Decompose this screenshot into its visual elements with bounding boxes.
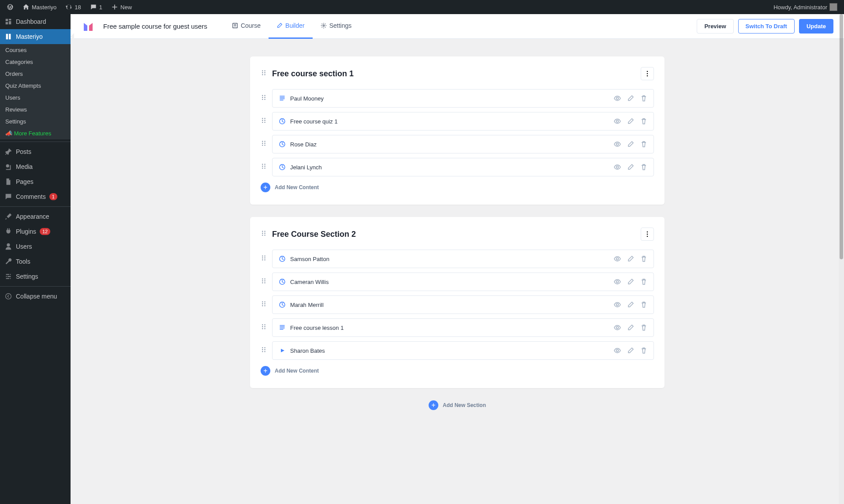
add-new-content-button[interactable]: + Add New Content <box>261 183 654 192</box>
content-item[interactable]: Free course quiz 1 <box>272 112 654 131</box>
sidebar-item-comments[interactable]: Comments 1 <box>0 189 71 204</box>
sidebar-item-plugins[interactable]: Plugins 12 <box>0 224 71 239</box>
delete-icon[interactable] <box>640 118 647 125</box>
sidebar-sub-users[interactable]: Users <box>0 92 71 104</box>
tab-settings[interactable]: Settings <box>313 14 360 39</box>
sidebar-label-posts: Posts <box>16 148 31 155</box>
drag-handle-icon[interactable] <box>261 347 267 355</box>
brush-icon <box>4 213 12 220</box>
scrollbar[interactable] <box>839 14 844 428</box>
sidebar-item-masteriyo[interactable]: Masteriyo <box>0 29 71 44</box>
view-icon[interactable] <box>614 164 621 171</box>
sidebar-item-tools[interactable]: Tools <box>0 254 71 269</box>
delete-icon[interactable] <box>640 255 647 262</box>
comments-link[interactable]: 1 <box>87 0 105 14</box>
content-item[interactable]: Rose Diaz <box>272 135 654 153</box>
edit-icon[interactable] <box>627 255 634 262</box>
view-icon[interactable] <box>614 255 621 262</box>
edit-icon[interactable] <box>627 164 634 171</box>
content-item[interactable]: Samson Patton <box>272 250 654 268</box>
add-new-section-button[interactable]: + Add New Section <box>250 400 665 410</box>
view-icon[interactable] <box>614 95 621 102</box>
view-icon[interactable] <box>614 347 621 354</box>
delete-icon[interactable] <box>640 164 647 171</box>
view-icon[interactable] <box>614 324 621 331</box>
tab-course[interactable]: Course <box>224 14 269 39</box>
sidebar-item-dashboard[interactable]: Dashboard <box>0 14 71 29</box>
delete-icon[interactable] <box>640 347 647 354</box>
drag-handle-icon[interactable] <box>261 324 267 332</box>
media-icon <box>4 163 12 171</box>
sidebar-sub-quiz-attempts[interactable]: Quiz Attempts <box>0 80 71 92</box>
edit-icon[interactable] <box>627 301 634 308</box>
content-item[interactable]: Jelani Lynch <box>272 158 654 176</box>
delete-icon[interactable] <box>640 95 647 102</box>
sidebar-label-dashboard: Dashboard <box>16 18 46 25</box>
content-item[interactable]: Free course lesson 1 <box>272 318 654 337</box>
delete-icon[interactable] <box>640 324 647 331</box>
new-link[interactable]: New <box>108 0 135 14</box>
switch-to-draft-button[interactable]: Switch To Draft <box>738 19 795 34</box>
sidebar-sub-settings[interactable]: Settings <box>0 116 71 127</box>
view-icon[interactable] <box>614 118 621 125</box>
header-tabs: Course Builder Settings <box>224 14 359 39</box>
quiz-icon <box>279 164 286 171</box>
site-name: Masteriyo <box>32 4 56 11</box>
tab-builder[interactable]: Builder <box>269 14 313 39</box>
sidebar-item-media[interactable]: Media <box>0 159 71 174</box>
update-button[interactable]: Update <box>799 19 833 34</box>
edit-icon[interactable] <box>627 118 634 125</box>
edit-icon[interactable] <box>627 95 634 102</box>
content-item[interactable]: Sharon Bates <box>272 341 654 360</box>
sidebar-sub-orders[interactable]: Orders <box>0 68 71 80</box>
section-menu-button[interactable] <box>641 67 654 80</box>
delete-icon[interactable] <box>640 141 647 148</box>
quiz-icon <box>279 118 286 125</box>
view-icon[interactable] <box>614 278 621 285</box>
edit-icon[interactable] <box>627 278 634 285</box>
edit-icon[interactable] <box>627 347 634 354</box>
drag-handle-icon[interactable] <box>261 278 267 286</box>
drag-handle-icon[interactable] <box>261 70 267 78</box>
content-row: Free course quiz 1 <box>261 112 654 131</box>
sidebar-item-posts[interactable]: Posts <box>0 144 71 159</box>
add-new-content-button[interactable]: + Add New Content <box>261 366 654 376</box>
sidebar-item-appearance[interactable]: Appearance <box>0 209 71 224</box>
content-row: Rose Diaz <box>261 135 654 153</box>
drag-handle-icon[interactable] <box>261 230 267 238</box>
view-icon[interactable] <box>614 141 621 148</box>
content-item[interactable]: Paul Mooney <box>272 89 654 108</box>
sidebar-sub-reviews[interactable]: Reviews <box>0 104 71 116</box>
wp-logo[interactable] <box>4 0 17 14</box>
delete-icon[interactable] <box>640 301 647 308</box>
drag-handle-icon[interactable] <box>261 163 267 171</box>
edit-icon[interactable] <box>627 324 634 331</box>
sidebar-collapse[interactable]: Collapse menu <box>0 289 71 304</box>
drag-handle-icon[interactable] <box>261 255 267 263</box>
sidebar-sub-more-features[interactable]: 📣 More Features <box>0 127 71 139</box>
sidebar-item-settings[interactable]: Settings <box>0 269 71 284</box>
user-menu[interactable]: Howdy, Administrator <box>770 0 840 14</box>
scroll-thumb[interactable] <box>840 14 843 259</box>
site-home-link[interactable]: Masteriyo <box>19 0 60 14</box>
view-icon[interactable] <box>614 301 621 308</box>
preview-button[interactable]: Preview <box>697 19 733 34</box>
sidebar-item-pages[interactable]: Pages <box>0 174 71 189</box>
collapse-icon <box>4 292 12 300</box>
sidebar-sub-categories[interactable]: Categories <box>0 56 71 68</box>
drag-handle-icon[interactable] <box>261 117 267 125</box>
sidebar-separator <box>0 286 71 287</box>
delete-icon[interactable] <box>640 278 647 285</box>
edit-icon[interactable] <box>627 141 634 148</box>
drag-handle-icon[interactable] <box>261 94 267 102</box>
content-item[interactable]: Cameran Willis <box>272 273 654 291</box>
drag-handle-icon[interactable] <box>261 301 267 309</box>
sidebar-item-users[interactable]: Users <box>0 239 71 254</box>
drag-handle-icon[interactable] <box>261 140 267 148</box>
content-item[interactable]: Marah Merrill <box>272 295 654 314</box>
tools-icon <box>4 258 12 265</box>
updates-link[interactable]: 18 <box>62 0 84 14</box>
sidebar-sub-courses[interactable]: Courses <box>0 44 71 56</box>
section-menu-button[interactable] <box>641 228 654 241</box>
sidebar-label-pages: Pages <box>16 178 34 185</box>
